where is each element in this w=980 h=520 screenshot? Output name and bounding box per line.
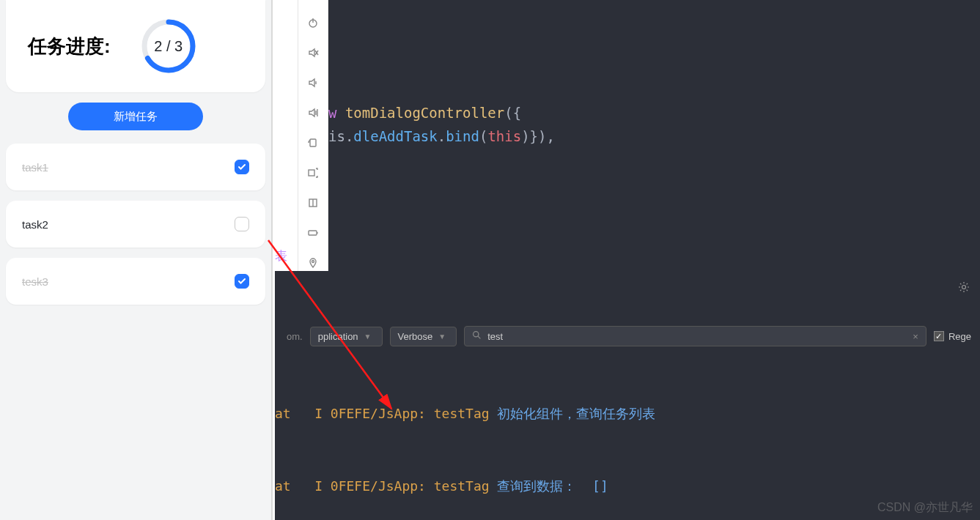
log-panel: om. pplication▼ Verbose▼ × Rege at I 0FE… [275, 271, 980, 520]
log-line: at I 0FEFE/JsApp: testTag 初始化组件，查询任务列表 [275, 401, 980, 426]
gear-icon[interactable] [958, 281, 970, 296]
svg-rect-13 [309, 231, 317, 235]
progress-card: 任务进度: 2 / 3 [6, 0, 265, 92]
rotate-icon[interactable] [306, 136, 320, 149]
chevron-down-icon: ▼ [364, 333, 372, 341]
svg-point-19 [474, 332, 479, 337]
progress-ring: 2 / 3 [140, 18, 197, 75]
volume-up-icon[interactable] [306, 106, 320, 119]
code-token: w [328, 105, 345, 121]
task-list: task1 task2 tesk3 [6, 144, 265, 305]
log-filter-bar: om. pplication▼ Verbose▼ × Rege [275, 322, 980, 350]
watermark: CSDN @亦世凡华 [877, 500, 973, 516]
code-editor[interactable]: w tomDialogController({ is.dleAddTask.bi… [328, 0, 980, 271]
volume-mute-icon[interactable] [306, 46, 320, 59]
search-icon [472, 330, 482, 342]
phone-preview-pane: 任务进度: 2 / 3 新增任务 task1 task2 tesk3 [0, 0, 273, 520]
task-name: task1 [22, 161, 48, 174]
dropdown-label: pplication [318, 331, 358, 342]
task-checkbox[interactable] [235, 160, 249, 174]
regex-toggle[interactable]: Rege [934, 331, 971, 342]
chevron-down-icon: ▼ [438, 333, 446, 341]
log-search-input[interactable] [487, 331, 907, 342]
svg-point-18 [962, 286, 966, 289]
location-icon[interactable] [306, 256, 320, 270]
level-filter-dropdown[interactable]: Verbose▼ [390, 327, 457, 346]
svg-point-15 [312, 261, 314, 263]
add-task-button[interactable]: 新增任务 [68, 103, 203, 130]
task-name: task2 [22, 218, 48, 231]
code-token: is. [328, 128, 353, 144]
log-output[interactable]: at I 0FEFE/JsApp: testTag 初始化组件，查询任务列表 a… [275, 353, 980, 520]
task-checkbox[interactable] [235, 274, 249, 289]
screenshot-icon[interactable] [306, 166, 320, 179]
code-token: ( [479, 128, 487, 144]
fold-icon[interactable] [306, 196, 320, 209]
dropdown-label: Verbose [398, 331, 433, 342]
battery-icon[interactable] [306, 226, 320, 239]
task-name: tesk3 [22, 275, 48, 288]
code-token: ({ [504, 105, 521, 121]
task-checkbox[interactable] [235, 217, 249, 231]
progress-text: 2 / 3 [140, 18, 197, 75]
code-token: bind [446, 128, 479, 144]
code-token: . [438, 128, 446, 144]
app-filter-dropdown[interactable]: pplication▼ [310, 327, 383, 346]
log-line: at I 0FEFE/JsApp: testTag 查询到数据： [] [275, 474, 980, 498]
partial-char: 表 [275, 248, 287, 264]
svg-rect-10 [309, 170, 314, 176]
svg-rect-9 [310, 139, 316, 146]
code-token: )}), [521, 128, 555, 144]
regex-label: Rege [948, 331, 971, 342]
volume-down-icon[interactable] [306, 76, 320, 89]
code-token: dleAddTask [353, 128, 437, 144]
task-row[interactable]: task1 [6, 144, 265, 190]
task-row[interactable]: tesk3 [6, 258, 265, 305]
log-search-box[interactable]: × [464, 326, 926, 346]
regex-checkbox[interactable] [934, 331, 944, 341]
code-token: tomDialogController [345, 105, 504, 121]
task-row[interactable]: task2 [6, 201, 265, 248]
code-token: this [487, 128, 521, 144]
power-icon[interactable] [306, 16, 320, 29]
progress-label: 任务进度: [28, 34, 111, 59]
svg-line-20 [478, 336, 480, 338]
clear-icon[interactable]: × [913, 331, 918, 342]
